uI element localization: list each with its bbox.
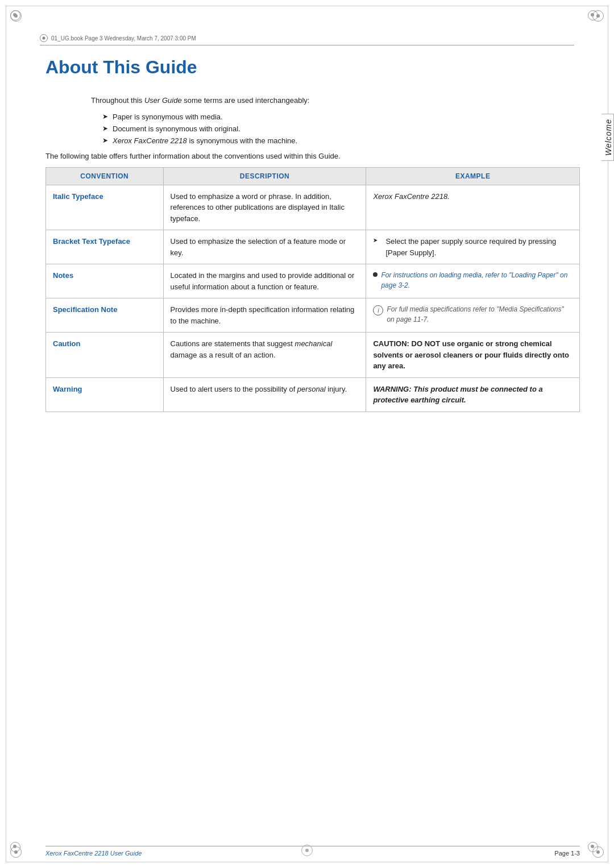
example-arrow-icon: ➤ — [373, 236, 377, 244]
bullet-arrow-1: ➤ — [102, 113, 108, 121]
intro-paragraph: Throughout this User Guide some terms ar… — [91, 95, 580, 107]
convention-desc-bracket: Used to emphasize the selection of a fea… — [163, 230, 366, 264]
bullet-list: ➤ Paper is synonymous with media. ➤ Docu… — [102, 113, 580, 145]
convention-name-warning: Warning — [46, 377, 164, 412]
bullet-item-2: ➤ Document is synonymous with original. — [102, 124, 580, 133]
corner-mark-tl — [10, 10, 26, 26]
convention-desc-caution: Cautions are statements that suggest mec… — [163, 333, 366, 378]
table-row: Warning Used to alert users to the possi… — [46, 377, 580, 412]
convention-example-spec: i For full media specifications refer to… — [366, 298, 580, 333]
table-row: Bracket Text Typeface Used to emphasize … — [46, 230, 580, 264]
convention-example-bracket: ➤ Select the paper supply source require… — [366, 230, 580, 264]
bullet-item-1: ➤ Paper is synonymous with media. — [102, 113, 580, 121]
convention-name-caution: Caution — [46, 333, 164, 378]
bullet-arrow-3: ➤ — [102, 136, 108, 144]
convention-desc-italic: Used to emphasize a word or phrase. In a… — [163, 185, 366, 230]
convention-name-notes: Notes — [46, 264, 164, 298]
bullet-item-3: ➤ Xerox FaxCentre 2218 is synonymous wit… — [102, 136, 580, 145]
corner-mark-bl — [10, 842, 26, 858]
header-description: DESCRIPTION — [163, 167, 366, 185]
main-content: About This Guide Throughout this User Gu… — [45, 45, 580, 823]
table-row: Caution Cautions are statements that sug… — [46, 333, 580, 378]
table-row: Italic Typeface Used to emphasize a word… — [46, 185, 580, 230]
table-row: Specification Note Provides more in-dept… — [46, 298, 580, 333]
convention-example-warning: WARNING: This product must be connected … — [366, 377, 580, 412]
convention-desc-notes: Located in the margins and used to provi… — [163, 264, 366, 298]
header-example: EXAMPLE — [366, 167, 580, 185]
convention-example-notes: For instructions on loading media, refer… — [366, 264, 580, 298]
corner-mark-tr — [588, 10, 604, 26]
convention-name-bracket: Bracket Text Typeface — [46, 230, 164, 264]
table-header-row: CONVENTION DESCRIPTION EXAMPLE — [46, 167, 580, 185]
convention-name-italic: Italic Typeface — [46, 185, 164, 230]
footer: Xerox FaxCentre 2218 User Guide Page 1-3 — [45, 846, 580, 857]
bullet-dot-icon — [373, 272, 377, 277]
convention-name-spec: Specification Note — [46, 298, 164, 333]
convention-example-caution: CAUTION: DO NOT use organic or strong ch… — [366, 333, 580, 378]
corner-mark-br — [588, 842, 604, 858]
convention-desc-spec: Provides more in-depth specification inf… — [163, 298, 366, 333]
bullet-arrow-2: ➤ — [102, 124, 108, 132]
footer-left: Xerox FaxCentre 2218 User Guide — [45, 850, 142, 857]
convention-desc-warning: Used to alert users to the possibility o… — [163, 377, 366, 412]
conventions-table: CONVENTION DESCRIPTION EXAMPLE Italic Ty… — [45, 167, 580, 412]
table-row: Notes Located in the margins and used to… — [46, 264, 580, 298]
info-icon: i — [373, 305, 383, 315]
header-file-info: 01_UG.book Page 3 Wednesday, March 7, 20… — [40, 34, 574, 45]
convention-example-italic: Xerox FaxCentre 2218. — [366, 185, 580, 230]
footer-right: Page 1-3 — [554, 850, 580, 857]
side-tab-welcome: Welcome — [601, 114, 614, 161]
table-intro: The following table offers further infor… — [45, 152, 580, 160]
page-title: About This Guide — [45, 57, 580, 78]
header-convention: CONVENTION — [46, 167, 164, 185]
